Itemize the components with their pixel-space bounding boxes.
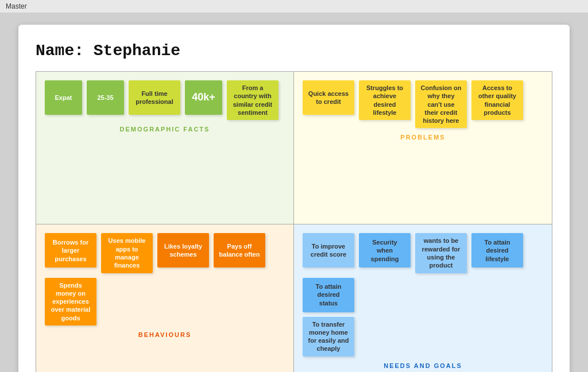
quadrant-label-demographic: DEMOGRAPHIC FACTS bbox=[45, 126, 285, 133]
sticky-note: wants to be rewarded for using the produ… bbox=[415, 233, 467, 273]
window-title: Master bbox=[0, 0, 588, 13]
sticky-note: To improve credit score bbox=[303, 233, 354, 268]
sticky-note: Likes loyalty schemes bbox=[157, 233, 209, 268]
behaviours-notes: Borrows for larger purchases Uses mobile… bbox=[45, 233, 285, 326]
quadrant-demographic: Expat 25-35 Full time professional 40k+ … bbox=[36, 72, 294, 224]
sticky-note: Quick access to credit bbox=[303, 80, 354, 115]
page-title: Name: Stephanie bbox=[36, 42, 552, 60]
quadrant-label-needs: NEEDS AND GOALS bbox=[303, 362, 543, 369]
sticky-note: To attain desired lifestyle bbox=[471, 233, 523, 268]
quadrant-needs: To improve credit score Security when sp… bbox=[294, 224, 552, 372]
sticky-note: Struggles to achieve desired lifestyle bbox=[359, 80, 411, 120]
sticky-note: Spends money on experiences over materia… bbox=[45, 278, 96, 326]
quadrant-behaviours: Borrows for larger purchases Uses mobile… bbox=[36, 224, 294, 372]
demographic-notes: Expat 25-35 Full time professional 40k+ … bbox=[45, 80, 285, 120]
sticky-note: Expat bbox=[45, 80, 82, 115]
sticky-note: Full time professional bbox=[129, 80, 180, 115]
sticky-note: Confusion on why they can't use their cr… bbox=[415, 80, 467, 128]
needs-notes: To improve credit score Security when sp… bbox=[303, 233, 543, 312]
sticky-note: Security when spending bbox=[359, 233, 411, 268]
quadrant-label-problems: PROBLEMS bbox=[303, 134, 543, 141]
quadrant-label-behaviours: BEHAVIOURS bbox=[45, 331, 285, 338]
sticky-note: 40k+ bbox=[185, 80, 222, 115]
sticky-note: Pays off balance often bbox=[214, 233, 265, 268]
quadrant-grid: Expat 25-35 Full time professional 40k+ … bbox=[36, 71, 552, 372]
sticky-note: 25-35 bbox=[87, 80, 124, 115]
sticky-note: Borrows for larger purchases bbox=[45, 233, 96, 268]
main-card: Name: Stephanie Expat 25-35 Full time pr… bbox=[18, 25, 570, 372]
problems-notes: Quick access to credit Struggles to achi… bbox=[303, 80, 543, 128]
quadrant-problems: Quick access to credit Struggles to achi… bbox=[294, 72, 552, 224]
sticky-note: To transfer money home for easily and ch… bbox=[303, 317, 354, 356]
sticky-note: Access to other quality financial produc… bbox=[471, 80, 523, 120]
sticky-note: From a country with similar credit senti… bbox=[227, 80, 278, 120]
sticky-note: To attain desired status bbox=[303, 278, 354, 312]
sticky-note: Uses mobile apps to manage finances bbox=[101, 233, 153, 273]
